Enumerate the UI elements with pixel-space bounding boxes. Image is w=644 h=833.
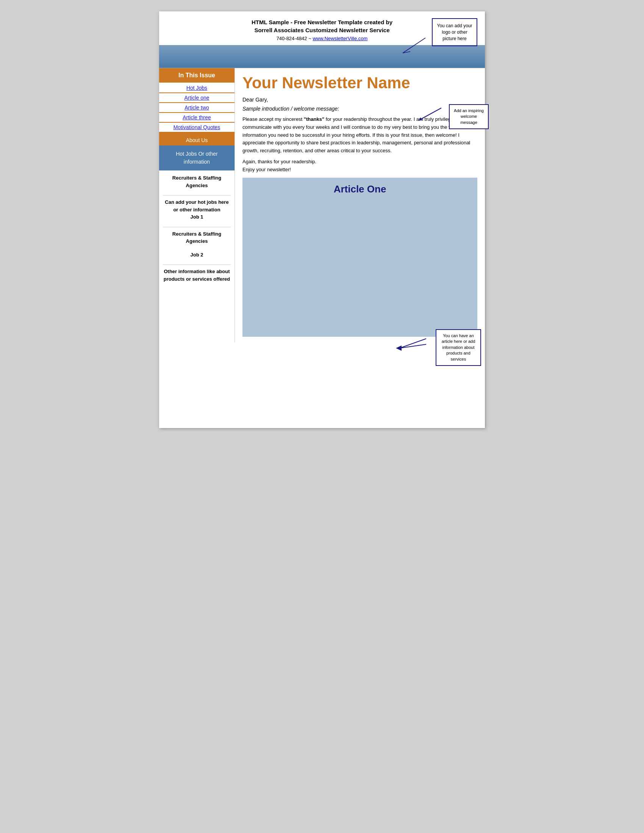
sidebar-nav: Hot Jobs Article one Article two Article… [159,83,235,135]
sidebar-nav-article-three[interactable]: Article three [159,113,235,122]
logo-box: You can add your logo or other picture h… [432,18,477,46]
about-us-label: About Us [186,137,208,143]
header-title-line1: HTML Sample - Free Newsletter Template c… [251,19,393,26]
recruiters-2-label: Recruiters & Staffing Agencies [172,231,221,244]
header-title-line2: Sorrell Associates Customized Newsletter… [254,27,390,33]
sidebar-other-info: Other information like about products or… [163,268,231,283]
job-2-label: Job 2 [190,252,203,257]
sidebar-about-us: About Us [159,135,235,145]
sidebar-nav-article-two[interactable]: Article two [159,103,235,112]
newsletter-name-text: Your Newsletter Name [242,74,410,92]
enjoy-text: Enjoy your newsletter! [242,167,291,172]
article-one-section: Article One You can have an article here… [242,178,477,337]
arrow-logo-icon [400,34,430,57]
sidebar-job-2: Job 2 [163,251,231,259]
arrow-article-icon [385,333,430,356]
blue-banner [159,45,485,68]
recruiters-1-label: Recruiters & Staffing Agencies [172,175,221,188]
header-phone: 740-824-4842 ~ [277,35,313,41]
sidebar-nav-article-one[interactable]: Article one [159,93,235,102]
sidebar: In This Issue Hot Jobs Article one Artic… [159,68,235,343]
svg-line-4 [400,339,426,348]
logo-box-text: You can add your logo or other picture h… [437,23,472,41]
sidebar-divider-1 [163,195,231,195]
other-info-label: Other information like about products or… [164,269,230,282]
hot-jobs-text-label: Can add your hot jobs here or other info… [165,199,229,212]
sidebar-info-text: Hot Jobs Or other information [176,151,218,165]
sidebar-body: Recruiters & Staffing Agencies Can add y… [159,170,235,293]
main-layout: In This Issue Hot Jobs Article one Artic… [159,68,485,343]
header-website-link[interactable]: www.NewsletterVille.com [312,35,367,41]
main-content: Add an inspiring welcome message Your Ne… [235,68,485,343]
header-contact: 740-824-4842 ~ www.NewsletterVille.com [167,35,477,41]
svg-line-2 [420,108,441,119]
sidebar-recruiters-1: Recruiters & Staffing Agencies [163,174,231,189]
page: HTML Sample - Free Newsletter Template c… [159,11,485,428]
header-title: HTML Sample - Free Newsletter Template c… [167,18,477,34]
sidebar-divider-3 [163,264,231,265]
sidebar-recruiters-2: Recruiters & Staffing Agencies [163,230,231,245]
thanks-again-text: Again, thanks for your readership. [242,159,316,164]
annotation-welcome-box: Add an inspiring welcome message [449,104,489,129]
job-1-label: Job 1 [190,214,203,220]
intro-text: Sample introduction / welcome message: [242,106,339,112]
enjoy: Enjoy your newsletter! [242,167,477,172]
arrow-welcome-icon [417,104,443,123]
thanks-again: Again, thanks for your readership. [242,159,477,164]
svg-marker-6 [396,346,402,351]
newsletter-title: Your Newsletter Name [242,74,477,92]
article-title-text: Article One [334,183,386,195]
sidebar-hot-jobs-info: Hot Jobs Or other information [159,145,235,170]
sidebar-in-this-issue: In This Issue [159,68,235,83]
annotation-article-text: You can have an article here or add info… [442,333,475,361]
sidebar-nav-motivational-quotes[interactable]: Motivational Quotes [159,123,235,132]
greeting-text: Dear Gary, [242,96,268,103]
greeting: Dear Gary, [242,96,477,103]
sidebar-divider-2 [163,227,231,227]
svg-line-0 [402,38,425,53]
annotation-welcome-text: Add an inspiring welcome message [454,108,484,125]
thanks-bold: "thanks" [304,116,324,122]
sidebar-hot-jobs-text: Can add your hot jobs here or other info… [163,198,231,221]
annotation-article-box: You can have an article here or add info… [436,329,481,366]
svg-line-5 [400,344,426,348]
sidebar-nav-hot-jobs[interactable]: Hot Jobs [159,83,235,92]
in-this-issue-label: In This Issue [179,72,215,79]
article-one-title: Article One [248,183,472,195]
page-header: HTML Sample - Free Newsletter Template c… [159,11,485,45]
